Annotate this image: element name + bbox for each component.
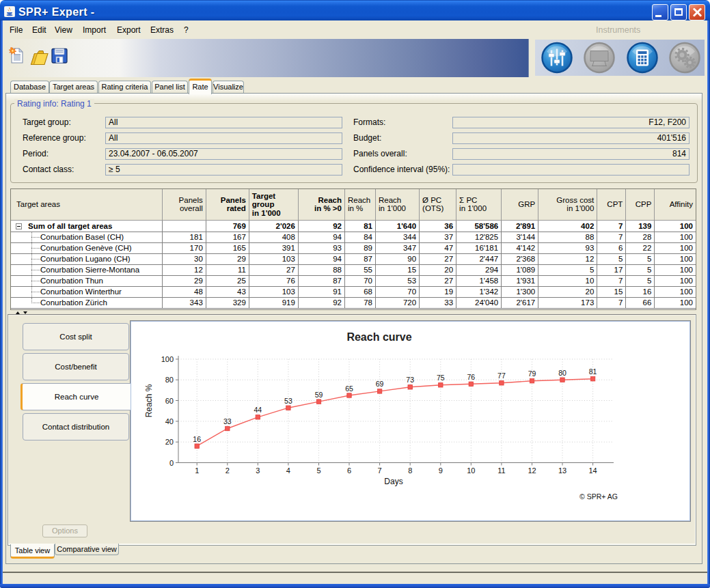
svg-text:100: 100: [161, 355, 174, 363]
svg-text:12: 12: [528, 466, 536, 475]
svg-text:44: 44: [254, 406, 262, 414]
svg-text:77: 77: [497, 372, 506, 380]
svg-text:© SPR+ AG: © SPR+ AG: [579, 492, 618, 501]
svg-text:69: 69: [376, 380, 384, 388]
svg-text:65: 65: [345, 384, 353, 393]
svg-text:8: 8: [408, 466, 412, 475]
svg-text:75: 75: [437, 374, 445, 382]
svg-text:53: 53: [284, 397, 292, 405]
svg-text:2: 2: [226, 466, 230, 475]
svg-text:4: 4: [286, 466, 290, 475]
svg-text:76: 76: [467, 373, 475, 381]
svg-text:0: 0: [169, 459, 174, 467]
svg-text:10: 10: [467, 466, 475, 475]
svg-text:Days: Days: [384, 477, 402, 486]
svg-text:59: 59: [315, 391, 323, 399]
svg-text:40: 40: [165, 417, 174, 425]
svg-text:Reach %: Reach %: [144, 384, 154, 417]
svg-text:79: 79: [528, 369, 536, 378]
svg-text:11: 11: [497, 466, 505, 475]
svg-text:13: 13: [558, 466, 566, 475]
svg-text:14: 14: [588, 466, 597, 475]
svg-text:Reach curve: Reach curve: [346, 331, 411, 343]
svg-text:6: 6: [347, 466, 351, 475]
svg-text:80: 80: [558, 369, 566, 377]
svg-text:7: 7: [378, 466, 382, 475]
svg-text:16: 16: [193, 435, 201, 443]
svg-text:9: 9: [439, 466, 443, 475]
svg-text:33: 33: [223, 417, 232, 425]
svg-text:80: 80: [165, 376, 174, 384]
svg-text:3: 3: [256, 466, 260, 475]
svg-text:73: 73: [406, 376, 414, 384]
svg-text:20: 20: [165, 438, 174, 446]
svg-text:1: 1: [195, 466, 199, 475]
svg-text:60: 60: [165, 397, 174, 405]
svg-text:81: 81: [589, 367, 597, 376]
svg-text:5: 5: [316, 466, 320, 475]
